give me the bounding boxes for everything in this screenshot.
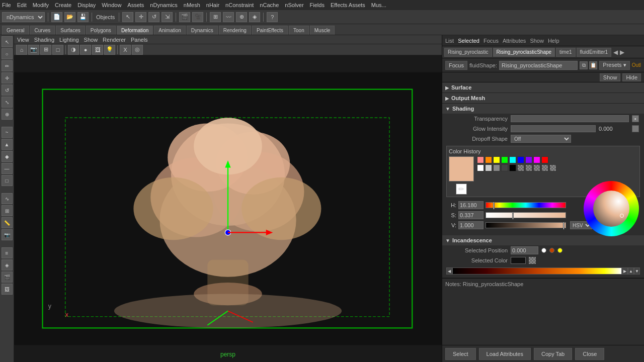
nav-list[interactable]: List bbox=[445, 38, 454, 44]
incandescence-header[interactable]: ▼ Incandescence bbox=[442, 235, 644, 245]
swatch-cyan[interactable] bbox=[509, 156, 516, 163]
rotate-tool[interactable]: ↺ bbox=[2, 84, 13, 96]
help-btn[interactable]: ? bbox=[267, 12, 278, 22]
vp-lighting[interactable]: Lighting bbox=[59, 37, 79, 43]
surface-tool[interactable]: ⊞ bbox=[2, 205, 13, 216]
viewport-canvas[interactable]: y x persp bbox=[14, 55, 442, 362]
display-layer-tool[interactable]: ◈ bbox=[2, 259, 13, 270]
inc-scroll-down[interactable]: ▼ bbox=[634, 267, 640, 275]
swatch-red-light[interactable] bbox=[477, 156, 484, 163]
nav-show[interactable]: Show bbox=[530, 38, 544, 44]
nav-attributes[interactable]: Attributes bbox=[503, 38, 526, 44]
close-btn[interactable]: Close bbox=[575, 348, 604, 360]
dynamics-dropdown[interactable]: nDynamics bbox=[2, 12, 45, 22]
focus-btn[interactable]: Focus bbox=[445, 61, 467, 70]
snap-curve-btn[interactable]: 〰 bbox=[223, 12, 234, 22]
node-tab-prev[interactable]: ◀ bbox=[613, 49, 618, 56]
surface-header[interactable]: ▶ Surface bbox=[442, 82, 644, 93]
inc-scroll-up[interactable]: ▲ bbox=[628, 267, 634, 275]
menu-ncache[interactable]: nCache bbox=[260, 2, 279, 8]
h-input[interactable] bbox=[458, 201, 484, 209]
move-tool-btn[interactable]: ✛ bbox=[135, 12, 146, 22]
vp-shade2-btn[interactable]: ● bbox=[80, 45, 91, 55]
measure-tool[interactable]: 📏 bbox=[2, 217, 13, 228]
copy-tab-btn[interactable]: Copy Tab bbox=[534, 348, 572, 360]
vp-renderer[interactable]: Renderer bbox=[103, 37, 126, 43]
inc-gradient-bar[interactable] bbox=[452, 267, 622, 275]
menu-effects-assets[interactable]: Effects Assets bbox=[331, 2, 365, 8]
val-thumb[interactable] bbox=[563, 222, 565, 230]
vp-texture-btn[interactable]: 🖼 bbox=[92, 45, 103, 55]
swatch-magenta[interactable] bbox=[533, 156, 540, 163]
inc-scroll-right[interactable]: ▶ bbox=[622, 267, 628, 275]
menu-create[interactable]: Create bbox=[55, 2, 71, 8]
camera-tool[interactable]: 📷 bbox=[2, 229, 13, 240]
hue-thumb[interactable] bbox=[493, 202, 495, 210]
snap-surface-btn[interactable]: ◈ bbox=[249, 12, 260, 22]
menu-more[interactable]: Mus... bbox=[371, 2, 386, 8]
vp-cam-btn[interactable]: 📷 bbox=[28, 45, 39, 55]
sculpt-tool[interactable]: ▲ bbox=[2, 139, 13, 150]
vp-isolate-btn[interactable]: ◎ bbox=[132, 45, 143, 55]
shading-header[interactable]: ▼ Shading bbox=[442, 104, 644, 114]
move-tool[interactable]: ✛ bbox=[2, 72, 13, 83]
swatch-checker-5[interactable] bbox=[549, 164, 556, 171]
vp-wireframe-btn[interactable]: □ bbox=[52, 45, 63, 55]
swatch-green[interactable] bbox=[501, 156, 508, 163]
swatch-yellow[interactable] bbox=[493, 156, 500, 163]
hide-btn[interactable]: Hide bbox=[622, 73, 641, 81]
show-btn[interactable]: Show bbox=[600, 73, 621, 81]
swatch-checker-1[interactable] bbox=[517, 164, 524, 171]
tab-surfaces[interactable]: Surfaces bbox=[56, 26, 85, 35]
vp-light-btn[interactable]: 💡 bbox=[104, 45, 115, 55]
select-tool-btn[interactable]: ↖ bbox=[122, 12, 133, 22]
swatch-black[interactable] bbox=[509, 164, 516, 171]
paint-tool[interactable]: ✏ bbox=[2, 60, 13, 71]
rotate-tool-btn[interactable]: ↺ bbox=[148, 12, 159, 22]
color-wheel-inner[interactable] bbox=[593, 191, 629, 227]
scale-tool-btn[interactable]: ⇲ bbox=[162, 12, 173, 22]
swatch-lightgray[interactable] bbox=[485, 164, 492, 171]
swatch-blue[interactable] bbox=[517, 156, 524, 163]
vp-shade-btn[interactable]: ◑ bbox=[68, 45, 79, 55]
layer-tool[interactable]: ≡ bbox=[2, 247, 13, 258]
menu-assets[interactable]: Assets bbox=[127, 2, 144, 8]
nav-selected[interactable]: Selected bbox=[458, 38, 479, 44]
attr-scroll[interactable]: ▶ Surface ▶ Output Mesh bbox=[442, 82, 644, 345]
vp-shading[interactable]: Shading bbox=[34, 37, 54, 43]
menu-fields[interactable]: Fields bbox=[310, 2, 325, 8]
menu-display[interactable]: Display bbox=[77, 2, 96, 8]
node-tab-time[interactable]: time1 bbox=[556, 48, 575, 57]
nav-focus[interactable]: Focus bbox=[484, 38, 499, 44]
menu-ndynamics[interactable]: nDynamics bbox=[150, 2, 177, 8]
vp-view[interactable]: View bbox=[17, 37, 29, 43]
tab-deformation[interactable]: Deformation bbox=[117, 26, 153, 35]
swatch-white[interactable] bbox=[477, 164, 484, 171]
vertex-tool[interactable]: ◆ bbox=[2, 151, 13, 162]
swatch-checker-2[interactable] bbox=[525, 164, 532, 171]
select-btn[interactable]: Select bbox=[445, 348, 476, 360]
save-btn[interactable]: 💾 bbox=[77, 12, 89, 22]
load-attributes-btn[interactable]: Load Attributes bbox=[479, 348, 531, 360]
swatch-red[interactable] bbox=[541, 156, 548, 163]
vp-xray-btn[interactable]: X bbox=[120, 45, 131, 55]
swatch-checker-3[interactable] bbox=[533, 164, 540, 171]
hue-track[interactable] bbox=[486, 202, 566, 208]
transparency-slider[interactable] bbox=[511, 115, 629, 122]
menu-window[interactable]: Window bbox=[102, 2, 121, 8]
sel-color-checker[interactable] bbox=[529, 257, 536, 264]
anim-layer-tool[interactable]: 🎬 bbox=[2, 272, 13, 283]
tab-curves[interactable]: Curves bbox=[30, 26, 55, 35]
fluidshape-input[interactable] bbox=[499, 61, 578, 70]
open-btn[interactable]: 📂 bbox=[64, 12, 75, 22]
sel-pos-input[interactable] bbox=[511, 246, 538, 254]
soft-mod-tool[interactable]: ~ bbox=[2, 127, 13, 138]
snap-point-btn[interactable]: ⊕ bbox=[236, 12, 247, 22]
menu-file[interactable]: File bbox=[2, 2, 11, 8]
vp-grid-btn[interactable]: ⊞ bbox=[40, 45, 51, 55]
face-tool[interactable]: □ bbox=[2, 175, 13, 186]
tab-polygons[interactable]: Polygons bbox=[86, 26, 116, 35]
render-layer-tool[interactable]: 🖼 bbox=[2, 284, 13, 295]
paste-icon[interactable]: 📋 bbox=[589, 61, 597, 69]
menu-nmesh[interactable]: nMesh bbox=[184, 2, 200, 8]
